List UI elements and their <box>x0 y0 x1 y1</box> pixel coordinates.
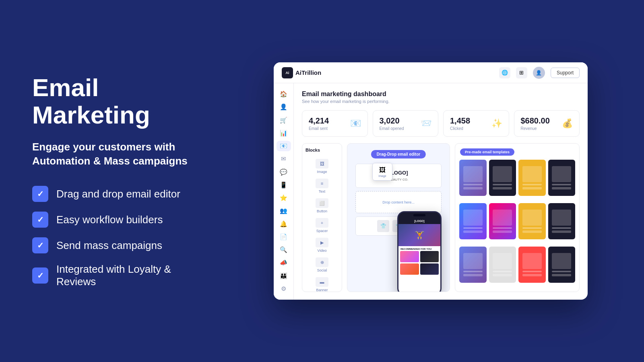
block-item-social[interactable]: ⊕ Social <box>305 255 339 275</box>
templates-panel: Pre-made email templates <box>455 143 580 292</box>
template-6[interactable] <box>489 203 516 239</box>
stat-icon-clicked: ✨ <box>491 118 502 129</box>
template-3[interactable] <box>518 160 546 196</box>
stat-number-clicked: 1,458 <box>450 116 470 125</box>
right-panel: Ai AiTrillion 🌐 ⊞ 👤 Support 🏠 👤 🛒 📊 📧 ✉ <box>225 46 644 316</box>
block-item-button[interactable]: ⬜ Button <box>305 196 339 216</box>
mobile-product-2 <box>420 251 439 262</box>
dashboard-window: Ai AiTrillion 🌐 ⊞ 👤 Support 🏠 👤 🛒 📊 📧 ✉ <box>274 62 588 300</box>
block-item-video[interactable]: ▶ Video <box>305 235 339 255</box>
block-item-text[interactable]: ≡ Text <box>305 176 339 196</box>
sidebar-star-icon[interactable]: ⭐ <box>277 193 291 203</box>
stat-left-revenue: $680.00 Revenue <box>521 116 550 131</box>
stat-number-revenue: $680.00 <box>521 116 550 125</box>
feature-list: Drag and drop email editor Easy workflow… <box>32 186 201 288</box>
feature-item-3: Send mass campaigns <box>32 237 201 253</box>
avatar[interactable]: 👤 <box>533 67 545 79</box>
canvas-drop-zone[interactable]: Drop content here... <box>355 191 442 213</box>
template-11[interactable] <box>518 247 546 283</box>
template-4[interactable] <box>548 160 576 196</box>
product-1: 👕 <box>377 220 389 232</box>
stat-label-opened: Email opened <box>380 126 404 131</box>
block-label-image: Image <box>317 170 327 174</box>
template-1[interactable] <box>459 160 487 196</box>
stat-number-opened: 3,020 <box>380 116 404 125</box>
email-canvas[interactable]: Drag-Drop email editor 🖼 Image [LOGO]BEA… <box>347 143 450 292</box>
templates-grid <box>455 144 579 292</box>
floating-image-icon: 🖼 <box>379 167 386 174</box>
grid-icon[interactable]: ⊞ <box>516 67 527 78</box>
sidebar-user-icon[interactable]: 👤 <box>277 102 291 112</box>
sidebar-group-icon[interactable]: 👥 <box>277 206 291 216</box>
stat-left-clicked: 1,458 Clicked <box>450 116 470 131</box>
block-item-spacer[interactable]: + Spacer <box>305 216 339 235</box>
drag-drop-badge: Drag-Drop email editor <box>371 150 426 158</box>
feature-item-1: Drag and drop email editor <box>32 186 201 202</box>
sidebar-email-icon[interactable]: 📧 <box>277 141 291 151</box>
sidebar-mail-icon[interactable]: ✉ <box>277 154 291 164</box>
stat-label-sent: Email sent <box>309 126 329 131</box>
sidebar-bell-icon[interactable]: 🔔 <box>277 219 291 229</box>
block-icon-image: 🖼 <box>316 159 328 169</box>
stat-left-sent: 4,214 Email sent <box>309 116 329 131</box>
logo-box: Ai <box>282 67 293 78</box>
template-2[interactable] <box>489 160 516 196</box>
sidebar-whatsapp-icon[interactable]: 📱 <box>277 180 291 190</box>
topbar-right: 🌐 ⊞ 👤 Support <box>499 67 580 79</box>
feature-item-2: Easy workflow builders <box>32 212 201 228</box>
stat-label-clicked: Clicked <box>450 126 470 131</box>
sidebar-settings-icon[interactable]: ⚙ <box>277 284 291 294</box>
stat-card-opened: 3,020 Email opened 📨 <box>373 110 439 137</box>
mobile-product-3 <box>400 263 419 275</box>
language-icon[interactable]: 🌐 <box>499 67 510 78</box>
sidebar-megaphone-icon[interactable]: 📣 <box>277 257 291 268</box>
support-button[interactable]: Support <box>551 68 580 78</box>
block-item-banner[interactable]: ▬ Banner <box>305 275 339 292</box>
left-panel: Email Marketing Engage your customers wi… <box>0 50 225 313</box>
template-12[interactable] <box>548 247 576 283</box>
sidebar: 🏠 👤 🛒 📊 📧 ✉ 💬 📱 ⭐ 👥 🔔 📄 🔍 📣 👪 ⚙ <box>274 83 294 300</box>
sidebar-home-icon[interactable]: 🏠 <box>277 89 291 99</box>
template-9[interactable] <box>459 247 487 283</box>
feature-text-2: Easy workflow builders <box>56 214 163 226</box>
mobile-status-bar <box>398 212 440 218</box>
block-icon-video: ▶ <box>316 238 328 247</box>
template-10[interactable] <box>489 247 516 283</box>
stat-icon-revenue: 💰 <box>562 118 573 129</box>
block-label-button: Button <box>317 209 327 213</box>
mobile-header: [LOGO] <box>398 218 440 224</box>
check-icon-4 <box>32 267 48 284</box>
stat-card-sent: 4,214 Email sent 📧 <box>302 110 368 137</box>
block-icon-button: ⬜ <box>316 198 328 208</box>
floating-image-block: 🖼 Image <box>372 163 392 181</box>
sidebar-cart-icon[interactable]: 🛒 <box>277 115 291 125</box>
block-icon-spacer: + <box>316 218 328 228</box>
mobile-content: [LOGO] RECOMMENDED FOR YOU <box>398 218 440 292</box>
dashboard-body: 🏠 👤 🛒 📊 📧 ✉ 💬 📱 ⭐ 👥 🔔 📄 🔍 📣 👪 ⚙ Email <box>274 83 588 300</box>
stat-card-revenue: $680.00 Revenue 💰 <box>514 110 580 137</box>
sidebar-chat-icon[interactable]: 💬 <box>277 167 291 177</box>
sidebar-chart-icon[interactable]: 📊 <box>277 128 291 138</box>
template-8[interactable] <box>548 203 576 239</box>
stat-icon-opened: 📨 <box>421 118 431 129</box>
topbar: Ai AiTrillion 🌐 ⊞ 👤 Support <box>274 62 588 83</box>
block-label-banner: Banner <box>316 288 328 292</box>
stat-label-revenue: Revenue <box>521 126 550 131</box>
mobile-product-grid <box>398 251 440 275</box>
main-title: Email Marketing <box>32 74 201 129</box>
sidebar-search-icon[interactable]: 🔍 <box>277 245 291 255</box>
template-5[interactable] <box>459 203 487 239</box>
block-icon-banner: ▬ <box>316 277 328 287</box>
block-item-image[interactable]: 🖼 Image <box>305 156 339 176</box>
page-subtitle: See how your email marketing is performi… <box>302 99 580 104</box>
main-content: Email marketing dashboard See how your e… <box>294 83 588 300</box>
feature-text-1: Drag and drop email editor <box>56 188 180 200</box>
logo-text: AiTrillion <box>295 69 321 76</box>
mobile-product-4 <box>420 263 439 275</box>
canvas-logo-area: [LOGO]BEAUTY CO. <box>355 164 442 188</box>
logo-area: Ai AiTrillion <box>282 67 321 78</box>
sidebar-page-icon[interactable]: 📄 <box>277 232 291 242</box>
sidebar-people-icon[interactable]: 👪 <box>277 271 291 281</box>
template-7[interactable] <box>518 203 546 239</box>
logo-box-text: Ai <box>286 71 289 75</box>
